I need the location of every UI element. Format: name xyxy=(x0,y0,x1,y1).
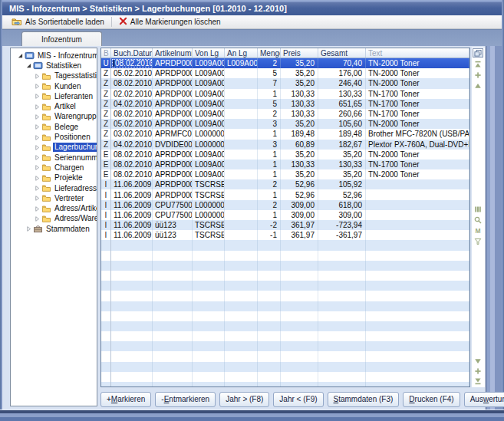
tree-item-tagesstatistik[interactable]: Tagesstatistik xyxy=(11,71,97,81)
cell-text[interactable] xyxy=(366,230,469,240)
cell-menge[interactable]: 2 xyxy=(258,58,281,68)
cell-an[interactable] xyxy=(225,99,258,109)
expand-arrow-closed-icon[interactable] xyxy=(34,155,41,160)
cell-preis[interactable]: 35,20 xyxy=(281,119,318,129)
cell-menge[interactable]: 1 xyxy=(258,129,281,139)
cell-text[interactable] xyxy=(366,210,469,220)
tree-item-mis-infozentrum[interactable]: MIS - Infozentrum xyxy=(11,51,97,61)
cell-gesamt[interactable]: 651,65 xyxy=(318,99,366,109)
clear-marks-button[interactable]: Alle Markierungen löschen xyxy=(116,16,224,28)
expand-arrow-closed-icon[interactable] xyxy=(34,206,41,212)
drucken-f4-button[interactable]: Drucken (F4) xyxy=(403,392,460,407)
expand-arrow-open-icon[interactable] xyxy=(17,53,24,58)
auswertung-return-button[interactable]: Auswertung (Return) xyxy=(464,392,504,407)
cell-preis[interactable]: 130,33 xyxy=(281,89,318,99)
cell-b[interactable]: I xyxy=(101,179,111,189)
table-row[interactable]: Z08.02.2010 /MoAPRDP00001L009A002735,202… xyxy=(101,78,469,88)
cell-preis[interactable]: 130,33 xyxy=(281,109,318,119)
cell-an[interactable] xyxy=(225,169,258,179)
triangle-up-icon[interactable] xyxy=(474,82,482,90)
cell-gesamt[interactable]: 52,96 xyxy=(318,189,366,199)
cell-preis[interactable]: 189,48 xyxy=(281,129,318,139)
entmarkieren-button[interactable]: - Entmarkieren xyxy=(155,392,216,407)
cell-b[interactable]: I xyxy=(101,189,111,199)
cell-b[interactable]: I xyxy=(101,200,111,210)
cell-von[interactable]: L009A002 xyxy=(193,68,225,78)
expand-arrow-closed-icon[interactable] xyxy=(34,104,41,110)
cell-b[interactable]: I xyxy=(101,230,111,240)
cell-menge[interactable]: 2 xyxy=(258,200,281,210)
columns-icon[interactable] xyxy=(474,206,482,213)
cell-gesamt[interactable]: 189,48 xyxy=(318,129,366,139)
cell-menge[interactable]: 3 xyxy=(258,119,281,129)
tree-item-belege[interactable]: Belege xyxy=(11,122,97,132)
expand-arrow-closed-icon[interactable] xyxy=(34,145,41,150)
tree-item-lieferadressen[interactable]: Lieferadressen xyxy=(11,183,97,193)
cell-menge[interactable]: 5 xyxy=(258,99,281,109)
cell-gesamt[interactable]: 618,00 xyxy=(318,200,366,210)
cell-datum[interactable]: 08.02.2010 /Mo xyxy=(111,160,153,169)
cell-b[interactable]: Z xyxy=(101,68,111,78)
cell-preis[interactable]: 35,20 xyxy=(281,78,318,88)
plus-down-icon[interactable] xyxy=(474,367,482,375)
cell-von[interactable]: L009A001 xyxy=(193,58,225,68)
table-row[interactable]: Z08.02.2010 /MoAPRDP00002L009A0012130,33… xyxy=(101,109,469,119)
cell-gesamt[interactable]: 246,40 xyxy=(318,78,366,88)
cell-von[interactable]: L009A002 xyxy=(193,169,225,179)
tree-item-warengruppen[interactable]: Warengruppen xyxy=(11,112,97,122)
table-row[interactable]: Z05.02.2010 /FrAPRDP00001L009A002535,201… xyxy=(101,68,469,78)
tree-item-lieferanten[interactable]: Lieferanten xyxy=(11,91,97,101)
cell-menge[interactable]: 1 xyxy=(258,89,281,99)
table-row[interactable]: E08.02.2010 /MoAPRDP00001L009A002135,203… xyxy=(101,150,469,160)
cell-von[interactable]: TSCRSE02 xyxy=(193,179,225,189)
cell-artikel[interactable]: DVDIDE00016 xyxy=(153,140,193,150)
cell-von[interactable]: L0000001 xyxy=(193,210,225,220)
cell-von[interactable]: L009A001 xyxy=(193,160,225,169)
column-header-artikelnummer[interactable]: Artikelnummer xyxy=(153,48,193,58)
table-row[interactable]: Z05.02.2010 /FrAPRDP00003L009A002335,201… xyxy=(101,119,469,129)
cell-datum[interactable]: 04.02.2010 /Do xyxy=(111,140,153,150)
cell-von[interactable]: L009A001 xyxy=(193,99,225,109)
cell-an[interactable] xyxy=(225,150,258,160)
column-header-an-lg[interactable]: An Lg xyxy=(225,48,258,58)
column-header-menge[interactable]: Menge xyxy=(258,48,281,58)
column-header-b[interactable]: B xyxy=(101,48,111,58)
cell-datum[interactable]: 11.06.2009 /Do xyxy=(111,210,153,220)
expand-arrow-closed-icon[interactable] xyxy=(25,226,32,232)
cell-datum[interactable]: 03.02.2010 /Mi xyxy=(111,129,153,139)
table-row[interactable]: I11.06.2009 /DoCPU77500007L00000011309,0… xyxy=(101,210,469,220)
cell-von[interactable]: L009A002 xyxy=(193,150,225,160)
cell-b[interactable]: Z xyxy=(101,140,111,150)
cell-artikel[interactable]: APRDP00002 xyxy=(153,160,193,169)
cell-text[interactable] xyxy=(366,189,469,199)
triangle-down-icon[interactable] xyxy=(474,357,482,365)
cell-datum[interactable]: 11.06.2009 /Do xyxy=(111,200,153,210)
cell-gesamt[interactable]: 130,33 xyxy=(318,89,366,99)
table-row[interactable]: Z04.02.2010 /DoAPRDP00002L009A0015130,33… xyxy=(101,99,469,109)
cell-preis[interactable]: 52,96 xyxy=(281,179,318,189)
cell-b[interactable]: E xyxy=(101,160,111,169)
cell-von[interactable]: L009A002 xyxy=(193,119,225,129)
cell-artikel[interactable]: APRDP00001 xyxy=(153,150,193,160)
cell-menge[interactable]: 2 xyxy=(258,179,281,189)
cell-an[interactable] xyxy=(225,220,258,230)
table-row[interactable]: I11.06.2009 /Doüü123TSCRSE03-1361,97-361… xyxy=(101,230,469,240)
cell-datum[interactable]: 04.02.2010 /Do xyxy=(111,99,153,109)
expand-arrow-closed-icon[interactable] xyxy=(34,216,41,222)
cell-artikel[interactable]: üü123 xyxy=(153,220,193,230)
column-header-preis[interactable]: Preis xyxy=(281,48,318,58)
expand-arrow-closed-icon[interactable] xyxy=(34,165,41,170)
cell-b[interactable]: I xyxy=(101,210,111,220)
cell-datum[interactable]: 11.06.2009 /Do xyxy=(111,230,153,240)
cell-menge[interactable]: 5 xyxy=(258,68,281,78)
cell-preis[interactable]: 35,20 xyxy=(281,169,318,179)
cell-preis[interactable]: 60,89 xyxy=(281,140,318,150)
cell-text[interactable]: TN-2000 Toner xyxy=(366,58,469,68)
cell-datum[interactable]: 08.02.2010 xyxy=(111,58,153,68)
expand-arrow-closed-icon[interactable] xyxy=(34,114,41,120)
cell-datum[interactable]: 11.06.2009 /Do xyxy=(111,179,153,189)
cell-datum[interactable]: 08.02.2010 /Mo xyxy=(111,109,153,119)
cell-preis[interactable]: 130,33 xyxy=(281,160,318,169)
cell-von[interactable]: L0000001 xyxy=(193,140,225,150)
cell-text[interactable]: TN-2000 Toner xyxy=(366,78,469,88)
